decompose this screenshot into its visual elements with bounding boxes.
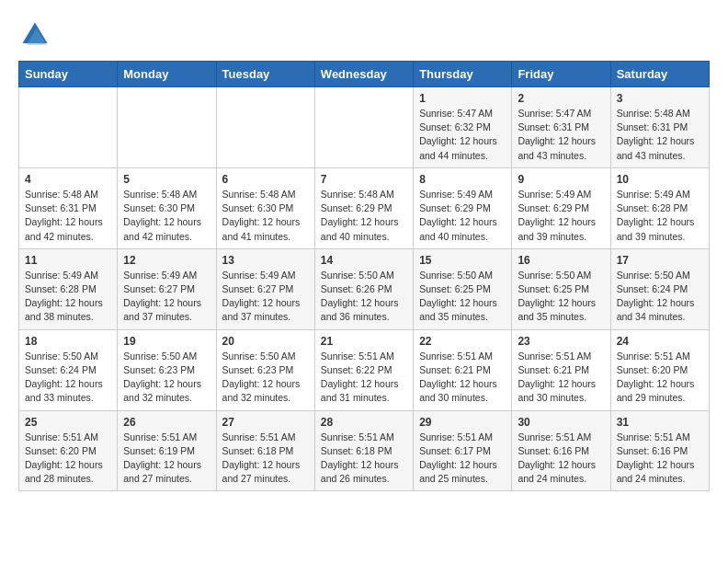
day-number: 6	[222, 173, 309, 186]
calendar-cell: 17Sunrise: 5:50 AM Sunset: 6:24 PM Dayli…	[610, 248, 709, 329]
calendar-cell: 29Sunrise: 5:51 AM Sunset: 6:17 PM Dayli…	[414, 410, 512, 491]
calendar-cell: 18Sunrise: 5:50 AM Sunset: 6:24 PM Dayli…	[19, 329, 118, 410]
calendar-cell: 27Sunrise: 5:51 AM Sunset: 6:18 PM Dayli…	[216, 410, 314, 491]
page-header	[18, 18, 710, 52]
day-info: Sunrise: 5:50 AM Sunset: 6:25 PM Dayligh…	[419, 269, 506, 325]
calendar-cell: 24Sunrise: 5:51 AM Sunset: 6:20 PM Dayli…	[610, 329, 709, 410]
day-info: Sunrise: 5:50 AM Sunset: 6:23 PM Dayligh…	[222, 350, 309, 406]
day-info: Sunrise: 5:48 AM Sunset: 6:30 PM Dayligh…	[222, 188, 309, 244]
day-info: Sunrise: 5:47 AM Sunset: 6:31 PM Dayligh…	[518, 107, 604, 163]
day-number: 19	[123, 335, 210, 348]
day-number: 27	[222, 416, 309, 429]
day-number: 5	[123, 173, 210, 186]
day-info: Sunrise: 5:51 AM Sunset: 6:20 PM Dayligh…	[617, 350, 703, 406]
day-info: Sunrise: 5:49 AM Sunset: 6:28 PM Dayligh…	[617, 188, 703, 244]
calendar-cell: 9Sunrise: 5:49 AM Sunset: 6:29 PM Daylig…	[512, 167, 610, 248]
day-info: Sunrise: 5:50 AM Sunset: 6:24 PM Dayligh…	[25, 350, 111, 406]
day-info: Sunrise: 5:49 AM Sunset: 6:28 PM Dayligh…	[25, 269, 111, 325]
logo-icon	[18, 18, 51, 52]
day-number: 22	[419, 335, 506, 348]
day-number: 2	[518, 92, 604, 105]
calendar-cell: 14Sunrise: 5:50 AM Sunset: 6:26 PM Dayli…	[314, 248, 413, 329]
day-number: 16	[518, 254, 604, 267]
week-row-4: 18Sunrise: 5:50 AM Sunset: 6:24 PM Dayli…	[19, 329, 710, 410]
day-header-saturday: Saturday	[610, 62, 709, 87]
week-row-3: 11Sunrise: 5:49 AM Sunset: 6:28 PM Dayli…	[19, 248, 710, 329]
day-info: Sunrise: 5:47 AM Sunset: 6:32 PM Dayligh…	[419, 107, 506, 163]
day-info: Sunrise: 5:48 AM Sunset: 6:29 PM Dayligh…	[321, 188, 407, 244]
day-info: Sunrise: 5:49 AM Sunset: 6:27 PM Dayligh…	[123, 269, 210, 325]
week-row-5: 25Sunrise: 5:51 AM Sunset: 6:20 PM Dayli…	[19, 410, 710, 491]
day-number: 18	[25, 335, 111, 348]
day-info: Sunrise: 5:51 AM Sunset: 6:20 PM Dayligh…	[25, 431, 111, 487]
day-info: Sunrise: 5:49 AM Sunset: 6:27 PM Dayligh…	[222, 269, 309, 325]
calendar-cell: 20Sunrise: 5:50 AM Sunset: 6:23 PM Dayli…	[216, 329, 314, 410]
day-number: 7	[321, 173, 407, 186]
calendar-cell	[19, 87, 118, 168]
logo	[18, 18, 55, 52]
day-info: Sunrise: 5:51 AM Sunset: 6:22 PM Dayligh…	[321, 350, 407, 406]
day-info: Sunrise: 5:48 AM Sunset: 6:31 PM Dayligh…	[25, 188, 111, 244]
calendar-cell: 10Sunrise: 5:49 AM Sunset: 6:28 PM Dayli…	[610, 167, 709, 248]
calendar-cell: 13Sunrise: 5:49 AM Sunset: 6:27 PM Dayli…	[216, 248, 314, 329]
day-number: 23	[518, 335, 604, 348]
day-info: Sunrise: 5:51 AM Sunset: 6:21 PM Dayligh…	[419, 350, 506, 406]
day-number: 1	[419, 92, 506, 105]
day-info: Sunrise: 5:48 AM Sunset: 6:30 PM Dayligh…	[123, 188, 210, 244]
day-info: Sunrise: 5:51 AM Sunset: 6:18 PM Dayligh…	[321, 431, 407, 487]
day-info: Sunrise: 5:51 AM Sunset: 6:18 PM Dayligh…	[222, 431, 309, 487]
day-number: 31	[617, 416, 703, 429]
day-info: Sunrise: 5:51 AM Sunset: 6:17 PM Dayligh…	[419, 431, 506, 487]
calendar-cell: 8Sunrise: 5:49 AM Sunset: 6:29 PM Daylig…	[414, 167, 512, 248]
day-info: Sunrise: 5:50 AM Sunset: 6:23 PM Dayligh…	[123, 350, 210, 406]
day-number: 30	[518, 416, 604, 429]
day-number: 25	[25, 416, 111, 429]
day-info: Sunrise: 5:50 AM Sunset: 6:24 PM Dayligh…	[617, 269, 703, 325]
calendar-cell: 11Sunrise: 5:49 AM Sunset: 6:28 PM Dayli…	[19, 248, 118, 329]
day-number: 8	[419, 173, 506, 186]
day-number: 9	[518, 173, 604, 186]
day-info: Sunrise: 5:49 AM Sunset: 6:29 PM Dayligh…	[419, 188, 506, 244]
calendar-cell: 19Sunrise: 5:50 AM Sunset: 6:23 PM Dayli…	[118, 329, 216, 410]
day-number: 21	[321, 335, 407, 348]
week-row-2: 4Sunrise: 5:48 AM Sunset: 6:31 PM Daylig…	[19, 167, 710, 248]
week-row-1: 1Sunrise: 5:47 AM Sunset: 6:32 PM Daylig…	[19, 87, 710, 168]
calendar-cell: 3Sunrise: 5:48 AM Sunset: 6:31 PM Daylig…	[610, 87, 709, 168]
day-number: 15	[419, 254, 506, 267]
day-number: 10	[617, 173, 703, 186]
calendar-cell	[216, 87, 314, 168]
day-info: Sunrise: 5:51 AM Sunset: 6:16 PM Dayligh…	[617, 431, 703, 487]
calendar-cell: 12Sunrise: 5:49 AM Sunset: 6:27 PM Dayli…	[118, 248, 216, 329]
day-number: 17	[617, 254, 703, 267]
calendar-cell: 25Sunrise: 5:51 AM Sunset: 6:20 PM Dayli…	[19, 410, 118, 491]
calendar-cell: 6Sunrise: 5:48 AM Sunset: 6:30 PM Daylig…	[216, 167, 314, 248]
calendar-cell: 2Sunrise: 5:47 AM Sunset: 6:31 PM Daylig…	[512, 87, 610, 168]
day-number: 3	[617, 92, 703, 105]
day-number: 14	[321, 254, 407, 267]
day-header-wednesday: Wednesday	[314, 62, 413, 87]
day-info: Sunrise: 5:51 AM Sunset: 6:19 PM Dayligh…	[123, 431, 210, 487]
header-row: SundayMondayTuesdayWednesdayThursdayFrid…	[19, 62, 710, 87]
calendar-cell: 26Sunrise: 5:51 AM Sunset: 6:19 PM Dayli…	[118, 410, 216, 491]
calendar-cell: 5Sunrise: 5:48 AM Sunset: 6:30 PM Daylig…	[118, 167, 216, 248]
day-info: Sunrise: 5:51 AM Sunset: 6:16 PM Dayligh…	[518, 431, 604, 487]
day-number: 4	[25, 173, 111, 186]
calendar-table: SundayMondayTuesdayWednesdayThursdayFrid…	[18, 61, 710, 491]
calendar-cell: 28Sunrise: 5:51 AM Sunset: 6:18 PM Dayli…	[314, 410, 413, 491]
calendar-cell: 31Sunrise: 5:51 AM Sunset: 6:16 PM Dayli…	[610, 410, 709, 491]
day-info: Sunrise: 5:50 AM Sunset: 6:25 PM Dayligh…	[518, 269, 604, 325]
day-header-monday: Monday	[118, 62, 216, 87]
calendar-cell: 1Sunrise: 5:47 AM Sunset: 6:32 PM Daylig…	[414, 87, 512, 168]
calendar-cell: 21Sunrise: 5:51 AM Sunset: 6:22 PM Dayli…	[314, 329, 413, 410]
day-header-thursday: Thursday	[414, 62, 512, 87]
day-header-friday: Friday	[512, 62, 610, 87]
calendar-cell: 4Sunrise: 5:48 AM Sunset: 6:31 PM Daylig…	[19, 167, 118, 248]
calendar-cell: 7Sunrise: 5:48 AM Sunset: 6:29 PM Daylig…	[314, 167, 413, 248]
day-number: 11	[25, 254, 111, 267]
day-header-sunday: Sunday	[19, 62, 118, 87]
day-number: 28	[321, 416, 407, 429]
calendar-cell: 16Sunrise: 5:50 AM Sunset: 6:25 PM Dayli…	[512, 248, 610, 329]
day-header-tuesday: Tuesday	[216, 62, 314, 87]
day-number: 12	[123, 254, 210, 267]
calendar-cell: 23Sunrise: 5:51 AM Sunset: 6:21 PM Dayli…	[512, 329, 610, 410]
